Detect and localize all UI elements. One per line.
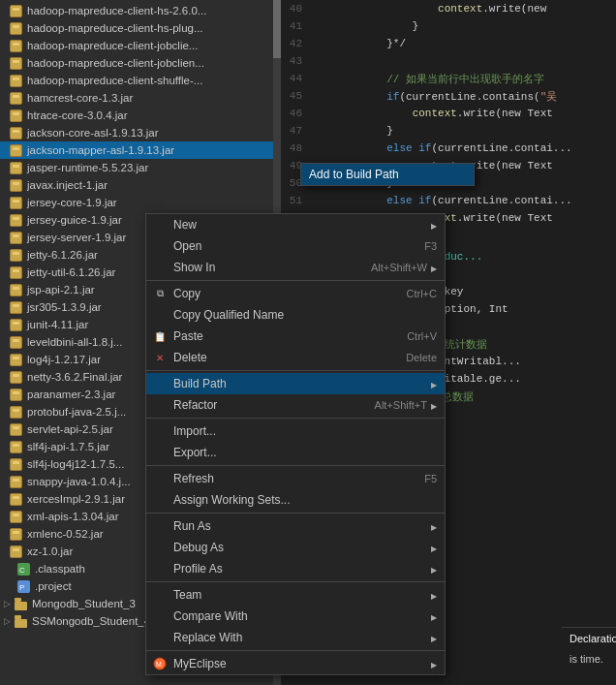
- menu-item-new[interactable]: New: [146, 214, 445, 235]
- menu-separator-2: [146, 370, 445, 371]
- submenu-arrow-compare-with: [431, 611, 437, 622]
- jar-icon: [8, 544, 23, 559]
- code-line-46: 46 context.write(new Text: [281, 105, 616, 122]
- list-item[interactable]: jackson-core-asl-1.9.13.jar: [0, 124, 281, 141]
- list-item[interactable]: javax.inject-1.jar: [0, 176, 281, 194]
- jar-icon: [8, 212, 23, 228]
- jar-icon: [8, 247, 23, 263]
- submenu-arrow-new: [431, 220, 437, 231]
- code-line-48: 48 else if(currentLine.contai...: [281, 140, 616, 157]
- jar-icon: [8, 282, 23, 297]
- code-line-44: 44 // 如果当前行中出现歌手的名字: [281, 70, 616, 87]
- bottom-content-area: is time.: [562, 649, 616, 669]
- jar-icon: [8, 421, 23, 437]
- menu-separator-5: [146, 513, 445, 514]
- code-line-40: 40 context.write(new: [281, 0, 616, 17]
- code-line-51: 51 else if(currentLine.contai...: [281, 192, 616, 209]
- menu-item-myeclipse[interactable]: M MyEclipse: [146, 653, 445, 674]
- paste-icon: 📋: [152, 328, 168, 344]
- jar-icon: [8, 387, 23, 402]
- submenu-arrow-myeclipse: [431, 659, 437, 669]
- jar-icon: [8, 177, 23, 193]
- menu-item-debug-as[interactable]: Debug As: [146, 537, 445, 558]
- svg-rect-4: [15, 602, 27, 610]
- menu-item-assign-working-sets[interactable]: Assign Working Sets...: [146, 489, 445, 511]
- jar-icon: [8, 125, 23, 140]
- menu-item-team[interactable]: Team: [146, 584, 445, 606]
- jar-icon: [8, 73, 23, 88]
- submenu-arrow-show-in: [431, 263, 437, 273]
- myeclipse-icon: M: [152, 656, 168, 671]
- tab-declaration[interactable]: Declaration: [562, 628, 616, 649]
- menu-item-copy[interactable]: ⧉ Copy Ctrl+C: [146, 283, 445, 304]
- menu-item-build-path[interactable]: Build Path: [146, 373, 445, 394]
- jar-icon: [8, 526, 23, 542]
- svg-text:P: P: [19, 583, 24, 592]
- jar-icon: [8, 509, 23, 524]
- list-item[interactable]: hadoop-mapreduce-client-hs-plug...: [0, 19, 281, 37]
- build-path-submenu: Add to Build Path: [300, 163, 475, 186]
- delete-icon: ✕: [152, 350, 168, 365]
- jar-icon: [8, 352, 23, 367]
- svg-rect-5: [15, 598, 21, 602]
- menu-item-export[interactable]: Export...: [146, 442, 445, 463]
- menu-item-profile-as[interactable]: Profile As: [146, 558, 445, 579]
- jar-icon: [8, 195, 23, 210]
- code-line-42: 42 }*/: [281, 35, 616, 52]
- jar-icon: [8, 90, 23, 106]
- submenu-arrow-debug-as: [431, 543, 437, 553]
- submenu-item-add-to-build-path[interactable]: Add to Build Path: [301, 164, 474, 185]
- jar-icon: [8, 404, 23, 420]
- jar-icon: [8, 491, 23, 507]
- project-icon: P: [15, 578, 31, 594]
- menu-item-show-in[interactable]: Show In Alt+Shift+W: [146, 257, 445, 278]
- menu-separator-3: [146, 418, 445, 419]
- menu-separator-1: [146, 280, 445, 281]
- menu-separator-6: [146, 581, 445, 582]
- project-folder-icon: [13, 596, 28, 611]
- menu-item-refresh[interactable]: Refresh F5: [146, 468, 445, 489]
- list-item[interactable]: jasper-runtime-5.5.23.jar: [0, 159, 281, 176]
- list-item[interactable]: hamcrest-core-1.3.jar: [0, 89, 281, 107]
- scrollbar-thumb[interactable]: [273, 0, 281, 58]
- classpath-icon: C: [15, 561, 31, 576]
- bottom-panel: Declaration Console ✕ is time.: [562, 627, 616, 685]
- menu-item-refactor[interactable]: Refactor Alt+Shift+T: [146, 394, 445, 416]
- menu-item-paste[interactable]: 📋 Paste Ctrl+V: [146, 326, 445, 347]
- menu-item-open[interactable]: Open F3: [146, 235, 445, 257]
- menu-item-replace-with[interactable]: Replace With: [146, 627, 445, 648]
- list-item[interactable]: jersey-core-1.9.jar: [0, 194, 281, 211]
- menu-item-run-as[interactable]: Run As: [146, 515, 445, 537]
- jar-icon: [8, 265, 23, 280]
- code-line-41: 41 }: [281, 17, 616, 35]
- list-item[interactable]: hadoop-mapreduce-client-hs-2.6.0...: [0, 2, 281, 19]
- code-line-43: 43: [281, 52, 616, 70]
- jar-icon: [8, 299, 23, 315]
- submenu-arrow-build-path: [431, 379, 437, 389]
- jar-icon: [8, 456, 23, 472]
- menu-item-import[interactable]: Import...: [146, 420, 445, 442]
- submenu-arrow-team: [431, 590, 437, 601]
- menu-item-delete[interactable]: ✕ Delete Delete: [146, 347, 445, 368]
- jar-icon: [8, 3, 23, 18]
- project-folder-icon2: [13, 613, 28, 629]
- jar-icon: [8, 474, 23, 489]
- jar-icon: [8, 142, 23, 158]
- list-item[interactable]: jackson-mapper-asl-1.9.13.jar: [0, 141, 281, 159]
- jar-icon: [8, 20, 23, 36]
- jar-icon: [8, 317, 23, 332]
- menu-separator-7: [146, 650, 445, 651]
- menu-item-compare-with[interactable]: Compare With: [146, 606, 445, 627]
- list-item[interactable]: hadoop-mapreduce-client-shuffle-...: [0, 72, 281, 89]
- svg-rect-7: [15, 615, 21, 619]
- submenu-arrow-refactor: [431, 400, 437, 411]
- list-item[interactable]: hadoop-mapreduce-client-jobclien...: [0, 54, 281, 72]
- list-item[interactable]: htrace-core-3.0.4.jar: [0, 107, 281, 124]
- code-line-45: 45 if(currentLine.contains("吴: [281, 87, 616, 105]
- jar-icon: [8, 160, 23, 175]
- submenu-arrow-replace-with: [431, 633, 437, 643]
- menu-item-copy-qualified[interactable]: Copy Qualified Name: [146, 304, 445, 326]
- list-item[interactable]: hadoop-mapreduce-client-jobclie...: [0, 37, 281, 54]
- jar-icon: [8, 38, 23, 53]
- menu-separator-4: [146, 465, 445, 466]
